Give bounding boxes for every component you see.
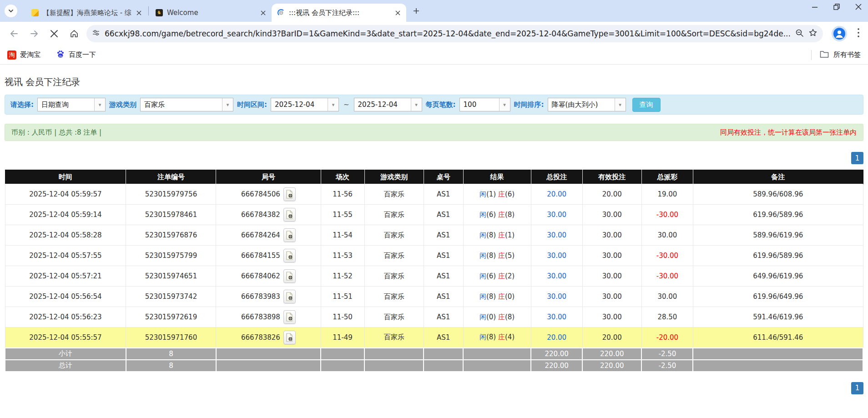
forward-button[interactable] [26, 26, 42, 41]
session-cell: 11-53 [321, 246, 364, 266]
video-replay-icon[interactable] [283, 269, 296, 283]
table-header-row: 时间注单编号局号场次游戏类别桌号结果总投注有效投注总派彩备注 [5, 170, 863, 184]
tab-title: 【新提醒】海燕策略论坛 - 综合 [43, 9, 131, 17]
video-replay-icon[interactable] [283, 331, 296, 344]
round-cell: 666784062 [216, 266, 321, 287]
result-cell: 闲(6) 庄(8) [463, 205, 531, 225]
new-tab-button[interactable] [410, 5, 423, 17]
chevron-down-icon[interactable]: ▾ [222, 98, 233, 111]
column-header: 时间 [5, 170, 126, 184]
round-number: 666784062 [241, 272, 280, 280]
chevron-down-icon[interactable]: ▾ [411, 98, 422, 111]
bet-id-cell: 523015972619 [126, 307, 216, 327]
note-cell: 589.96/619.96 [693, 225, 863, 246]
total-bet-link[interactable]: 30.00 [547, 272, 566, 280]
chevron-down-icon[interactable]: ▾ [94, 98, 105, 111]
chevron-down-icon[interactable]: ▾ [499, 98, 510, 111]
date-start-select[interactable]: 2025-12-04 ▾ [271, 98, 339, 111]
game-kind-select[interactable]: 百家乐 ▾ [140, 98, 233, 111]
profile-avatar[interactable] [832, 26, 847, 41]
minimize-button[interactable] [812, 4, 818, 10]
back-button[interactable] [6, 26, 22, 41]
bookmark-aitaobao[interactable]: 淘 爱淘宝 [7, 50, 40, 60]
total-bet-link[interactable]: 30.00 [547, 211, 566, 219]
total-bet-link[interactable]: 20.00 [547, 190, 566, 198]
column-header: 结果 [463, 170, 531, 184]
stop-loading-button[interactable] [46, 26, 62, 41]
player-result: 闲 [479, 190, 486, 198]
table-row: 2025-12-04 05:55:57523015971760666783826… [5, 327, 863, 348]
site-settings-icon[interactable] [92, 29, 100, 39]
payout-cell: 19.00 [641, 184, 693, 205]
chevron-down-icon[interactable]: ▾ [328, 98, 338, 111]
chevron-down-icon[interactable]: ▾ [615, 98, 626, 111]
url-text[interactable]: 66cxkj98.com/game/betrecord_search/kind3… [105, 29, 791, 38]
total-bet-link[interactable]: 30.00 [547, 231, 566, 239]
restore-button[interactable] [833, 4, 840, 10]
home-button[interactable] [66, 26, 82, 41]
browser-menu-icon[interactable] [857, 28, 860, 40]
date-end-select[interactable]: 2025-12-04 ▾ [354, 98, 422, 111]
address-bar[interactable]: 66cxkj98.com/game/betrecord_search/kind3… [86, 25, 823, 42]
video-replay-icon[interactable] [283, 228, 296, 242]
browser-tab-betrecord-active[interactable]: :::视讯 会员下注纪录::: [272, 4, 406, 22]
total-bet-cell: 20.00 [531, 184, 582, 205]
round-cell: 666783898 [216, 307, 321, 327]
zoom-out-icon[interactable] [795, 29, 804, 39]
search-button[interactable]: 查询 [632, 98, 661, 112]
close-window-button[interactable] [855, 4, 862, 10]
browser-tab-forum[interactable]: 【新提醒】海燕策略论坛 - 综合 [25, 4, 147, 22]
video-replay-icon[interactable] [283, 208, 296, 222]
total-bet-link[interactable]: 30.00 [547, 292, 566, 301]
banker-result: 庄 [498, 252, 505, 260]
browser-tab-welcome[interactable]: ♞ Welcome [150, 4, 272, 22]
bet-table-body: 2025-12-04 05:59:57523015979756666784506… [5, 184, 863, 372]
page-1-button[interactable]: 1 [851, 152, 863, 164]
total-row-cell [216, 360, 321, 372]
date-end-value: 2025-12-04 [354, 101, 411, 109]
total-bet-link[interactable]: 30.00 [547, 252, 566, 260]
select-type-label: 请选择: [10, 101, 34, 109]
result-cell: 闲(8) 庄(1) [463, 225, 531, 246]
query-type-select[interactable]: 日期查询 ▾ [37, 98, 106, 111]
game-kind-cell: 百家乐 [364, 307, 424, 327]
column-header: 总派彩 [641, 170, 693, 184]
close-icon[interactable] [259, 9, 267, 17]
video-replay-icon[interactable] [283, 290, 296, 303]
banker-result: 庄 [498, 211, 505, 219]
session-cell: 11-55 [321, 205, 364, 225]
total-bet-link[interactable]: 20.00 [547, 333, 566, 342]
date-separator: ~ [343, 101, 350, 109]
game-kind-cell: 百家乐 [364, 266, 424, 287]
close-icon[interactable] [394, 9, 402, 17]
video-replay-icon[interactable] [283, 249, 296, 262]
note-cell: 649.96/619.96 [693, 266, 863, 287]
game-kind-label: 游戏类别 [109, 101, 136, 109]
subtotal-row-cell: -2.50 [641, 348, 693, 360]
sort-value: 降幂(由大到小) [548, 101, 615, 109]
close-icon[interactable] [135, 9, 143, 17]
sort-select[interactable]: 降幂(由大到小) ▾ [548, 98, 626, 111]
round-number: 666784155 [241, 252, 280, 260]
page-size-select[interactable]: 100 ▾ [459, 98, 510, 111]
banker-result: 庄 [498, 292, 505, 301]
payout-cell: -30.00 [641, 205, 693, 225]
bookmark-baidu[interactable]: du 百度一下 [56, 50, 96, 60]
welcome-favicon-icon: ♞ [155, 9, 163, 17]
page-1-button[interactable]: 1 [851, 382, 863, 394]
video-replay-icon[interactable] [283, 187, 296, 201]
total-bet-cell: 30.00 [531, 287, 582, 307]
player-result: 闲 [479, 272, 486, 280]
folder-icon [820, 50, 829, 60]
bookmark-star-icon[interactable] [808, 28, 818, 39]
column-header: 注单编号 [126, 170, 216, 184]
total-bet-link[interactable]: 30.00 [547, 313, 566, 321]
column-header: 游戏类别 [364, 170, 424, 184]
filter-bar: 请选择: 日期查询 ▾ 游戏类别 百家乐 ▾ 时间区间: 2025-12-04 … [5, 95, 863, 115]
valid-bet-cell: 30.00 [582, 266, 641, 287]
tab-search-button[interactable] [5, 5, 17, 17]
video-replay-icon[interactable] [283, 310, 296, 324]
bet-time-cell: 2025-12-04 05:55:57 [5, 327, 126, 348]
result-cell: 闲(0) 庄(8) [463, 307, 531, 327]
all-bookmarks-button[interactable]: 所有书签 [833, 50, 861, 59]
